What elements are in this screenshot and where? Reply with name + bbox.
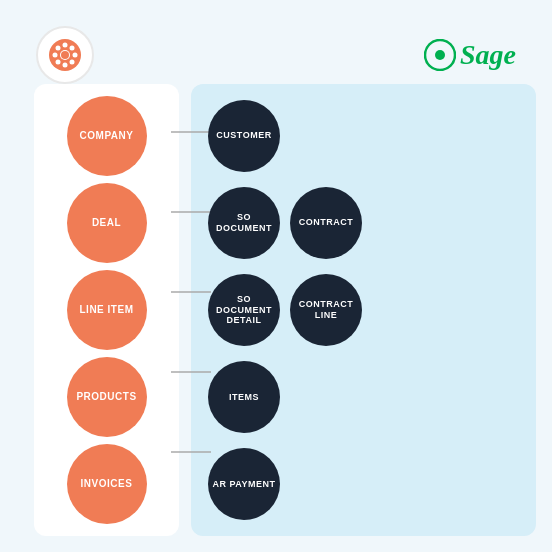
svg-point-3	[63, 63, 68, 68]
sage-so-document-detail-circle: SO DOCUMENT DETAIL	[208, 274, 280, 346]
sage-logo-circle	[424, 39, 456, 71]
sage-customer-circle: CUSTOMER	[208, 100, 280, 172]
right-row-lineitem: SO DOCUMENT DETAIL CONTRACT LINE	[208, 270, 362, 350]
sage-logo-text: Sage	[460, 39, 516, 71]
sage-items-circle: ITEMS	[208, 361, 280, 433]
right-column: CUSTOMER SO DOCUMENT CONTRACT SO DOCUMEN…	[196, 84, 536, 536]
hubspot-logo	[36, 26, 94, 84]
hubspot-deal-circle: DEAL	[67, 183, 147, 263]
left-column: COMPANY DEAL LINE ITEM PRODUCTS INVOICES	[34, 84, 179, 536]
svg-point-2	[63, 43, 68, 48]
sage-contract-line-circle: CONTRACT LINE	[290, 274, 362, 346]
svg-point-4	[53, 53, 58, 58]
right-row-deal: SO DOCUMENT CONTRACT	[208, 183, 362, 263]
hubspot-products-circle: PRODUCTS	[67, 357, 147, 437]
right-row-products: ITEMS	[208, 357, 280, 437]
right-row-invoices: AR PAYMENT	[208, 444, 280, 524]
sage-logo: Sage	[424, 39, 516, 71]
hubspot-icon	[47, 37, 83, 73]
sage-so-document-circle: SO DOCUMENT	[208, 187, 280, 259]
svg-point-10	[61, 51, 69, 59]
svg-point-6	[56, 46, 61, 51]
svg-point-9	[70, 46, 75, 51]
main-content: COMPANY DEAL LINE ITEM PRODUCTS INVOICES…	[16, 84, 536, 536]
diagram-wrapper: Sage COMPANY	[16, 16, 536, 536]
header-row: Sage	[16, 16, 536, 84]
right-row-company: CUSTOMER	[208, 96, 280, 176]
svg-point-12	[435, 50, 445, 60]
sage-ar-payment-circle: AR PAYMENT	[208, 448, 280, 520]
hubspot-invoices-circle: INVOICES	[67, 444, 147, 524]
sage-contract-circle: CONTRACT	[290, 187, 362, 259]
svg-point-7	[70, 60, 75, 65]
svg-point-5	[73, 53, 78, 58]
svg-point-8	[56, 60, 61, 65]
hubspot-company-circle: COMPANY	[67, 96, 147, 176]
hubspot-lineitem-circle: LINE ITEM	[67, 270, 147, 350]
